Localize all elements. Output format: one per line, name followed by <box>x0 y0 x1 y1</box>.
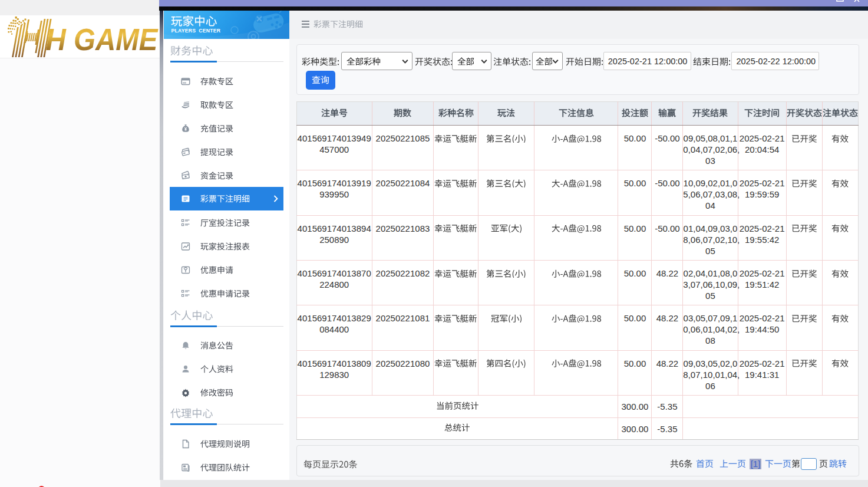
svg-text:H GAME: H GAME <box>46 22 159 57</box>
